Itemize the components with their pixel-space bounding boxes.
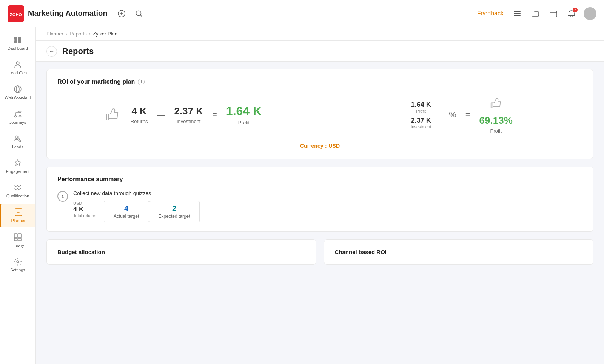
roi-investment-block: 2.37 K Investment [174,105,203,124]
perf-expected-target-value: 2 [159,204,190,213]
lead-gen-icon [13,60,22,69]
roi-divider [320,100,320,130]
channel-roi-title: Channel based ROI [335,249,583,255]
topbar-right: Feedback 7 [477,7,596,20]
content-area: Planner › Reports › Zylker Plan ← Report… [36,27,604,364]
calendar-icon[interactable] [547,8,559,20]
performance-item-content: Collect new data through quizzes USD 4 K… [73,190,582,222]
roi-investment-label: Investment [174,119,203,124]
svg-point-24 [17,261,19,263]
svg-rect-7 [550,11,557,17]
svg-rect-25 [106,114,109,120]
currency-note: Currency：USD [57,143,582,150]
breadcrumb-sep-2: › [89,31,91,37]
fraction-num-label: Profit [416,109,426,113]
page-header: ← Reports [36,41,604,62]
sidebar-item-web-assistant[interactable]: Web Assistant [0,81,35,104]
roi-thumb-right [479,96,513,113]
perf-actual-target-label: Actual target [113,214,140,219]
add-icon[interactable] [116,8,127,19]
roi-profit-label: Profit [226,120,262,125]
dashboard-icon [13,35,22,45]
budget-allocation-title: Budget allocation [57,249,305,255]
svg-rect-9 [18,37,21,40]
sidebar-item-leads[interactable]: Leads [0,130,35,153]
page-title: Reports [62,46,94,56]
topbar-actions [116,8,144,19]
sidebar-item-leads-label: Leads [12,145,23,150]
perf-expected-target-label: Expected target [159,214,190,219]
svg-rect-5 [514,13,521,14]
topbar: ZOHO Marketing Automation Feedback [0,0,604,27]
sidebar-item-settings[interactable]: Settings [0,253,35,276]
leads-icon [13,134,22,143]
sidebar-item-engagement-label: Engagement [6,169,29,174]
svg-rect-21 [18,234,21,238]
sidebar: Dashboard Lead Gen Web Assistant Journey… [0,27,36,364]
svg-text:ZOHO: ZOHO [10,12,22,17]
svg-rect-20 [14,234,17,238]
sidebar-item-qualification[interactable]: Qualification [0,179,35,202]
sidebar-item-journeys[interactable]: Journeys [0,106,35,129]
engagement-icon [13,159,22,168]
list-icon[interactable] [511,8,523,20]
qualification-icon [13,183,22,192]
performance-summary-title: Performance summary [57,176,582,183]
library-icon [13,233,22,242]
back-button[interactable]: ← [46,46,57,57]
performance-summary-card: Performance summary 1 Collect new data t… [46,167,593,232]
sidebar-item-lead-gen[interactable]: Lead Gen [0,56,35,79]
fraction-numerator: 1.64 K [411,101,431,109]
performance-item-stats: USD 4 K Total returns 4 Actual target 2 … [73,201,582,222]
planner-icon [14,208,23,217]
notification-icon[interactable]: 7 [565,8,578,20]
sidebar-item-journeys-label: Journeys [9,120,26,125]
roi-card: ROI of your marketing plan i [46,69,593,159]
app-title: Marketing Automation [28,9,107,18]
perf-total-returns-label: Total returns [73,213,96,218]
roi-equals-op1: = [212,110,217,120]
main-layout: Dashboard Lead Gen Web Assistant Journey… [0,27,604,364]
search-icon[interactable] [134,8,144,19]
breadcrumb-planner[interactable]: Planner [46,31,63,37]
feedback-button[interactable]: Feedback [477,10,504,17]
sidebar-item-qualification-label: Qualification [6,194,29,199]
svg-rect-11 [18,40,21,43]
perf-expected-target-box: 2 Expected target [149,201,200,222]
settings-icon [13,257,22,266]
roi-fraction: 1.64 K Profit 2.37 K Investment [402,101,440,129]
sidebar-item-dashboard-label: Dashboard [8,46,28,51]
roi-left: 4 K Returns — 2.37 K Investment = 1.64 K… [57,104,308,125]
roi-thumb-left [103,106,122,124]
thumbsup-icon-right [488,96,504,111]
svg-rect-4 [514,11,521,12]
performance-item: 1 Collect new data through quizzes USD 4… [57,190,582,222]
perf-currency-label: USD [73,201,82,205]
sidebar-item-settings-label: Settings [10,268,25,273]
svg-rect-19 [15,209,22,216]
sidebar-item-web-assistant-label: Web Assistant [5,95,31,100]
sidebar-item-lead-gen-label: Lead Gen [9,71,27,76]
sidebar-item-planner[interactable]: Planner [0,204,35,227]
roi-investment-value: 2.37 K [174,105,203,117]
breadcrumb-reports[interactable]: Reports [69,31,87,37]
svg-rect-6 [514,15,521,16]
fraction-den-label: Investment [411,125,431,129]
roi-right: 1.64 K Profit 2.37 K Investment % = [332,96,582,134]
roi-profit-block: 1.64 K Profit [226,104,262,125]
sidebar-item-engagement[interactable]: Engagement [0,155,35,178]
roi-returns-value: 4 K [131,105,148,117]
svg-point-12 [16,62,19,65]
user-avatar[interactable] [584,7,596,20]
app-logo[interactable]: ZOHO Marketing Automation [8,5,107,22]
roi-info-icon[interactable]: i [138,79,145,85]
folder-icon[interactable] [529,8,541,20]
web-assistant-icon [13,85,22,94]
svg-rect-22 [14,238,17,241]
notification-badge: 7 [573,8,578,12]
sidebar-item-dashboard[interactable]: Dashboard [0,32,35,55]
breadcrumb-sep-1: › [66,31,67,37]
breadcrumb-current: Zylker Plan [93,31,117,37]
perf-total-returns-value: 4 K [73,205,84,213]
sidebar-item-library[interactable]: Library [0,229,35,252]
